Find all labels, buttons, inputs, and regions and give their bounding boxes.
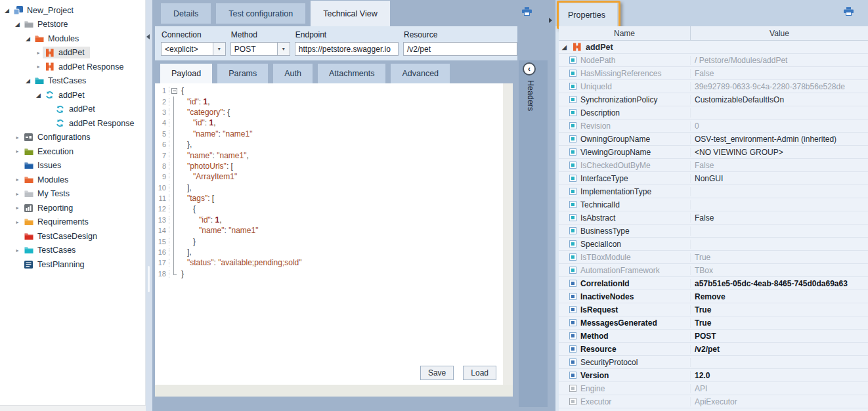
fold-collapse-icon[interactable]: [169, 88, 179, 94]
property-value[interactable]: True: [691, 318, 868, 328]
collapse-arrow-icon[interactable]: ◢: [24, 35, 32, 42]
tab-test-configuration[interactable]: Test configuration: [216, 3, 305, 24]
property-value[interactable]: False: [691, 161, 868, 170]
tree-item-testplanning[interactable]: TestPlanning: [0, 257, 145, 272]
method-select[interactable]: POST▾: [230, 42, 290, 56]
collapse-arrow-icon[interactable]: ◢: [3, 7, 11, 14]
property-value[interactable]: 12.0: [691, 371, 868, 380]
tree-item-modules[interactable]: ▸ Modules: [0, 173, 145, 187]
tree-item-configurations[interactable]: ▸ Configurations: [0, 131, 145, 145]
chevron-down-icon[interactable]: ▾: [277, 43, 290, 55]
pin-panel-icon[interactable]: [843, 7, 854, 18]
property-value[interactable]: False: [691, 213, 868, 223]
property-row-technicalid[interactable]: TechnicalId: [559, 198, 868, 211]
tab-advanced[interactable]: Advanced: [391, 64, 450, 83]
property-value[interactable]: a57b51e5-05dc-4eab-8465-745d0da69a63: [691, 279, 868, 288]
property-row-securityprotocol[interactable]: SecurityProtocol: [559, 356, 868, 369]
property-row-engine[interactable]: EngineAPI: [559, 382, 868, 395]
property-value[interactable]: CustomizableDefaultIsOn: [691, 95, 868, 104]
property-row-viewinggroupname[interactable]: ViewingGroupName<NO VIEWING GROUP>: [559, 146, 868, 159]
expand-arrow-icon[interactable]: ▸: [13, 177, 22, 183]
property-row-isrequest[interactable]: IsRequestTrue: [559, 303, 868, 316]
tree-item-petstore[interactable]: ◢ Petstore: [0, 18, 145, 32]
property-row-istboxmodule[interactable]: IsTBoxModuleTrue: [559, 251, 868, 264]
panel-splitter[interactable]: [146, 0, 152, 411]
property-row-automationframework[interactable]: AutomationFrameworkTBox: [559, 264, 868, 277]
property-value[interactable]: POST: [691, 332, 868, 341]
tab-auth[interactable]: Auth: [273, 64, 313, 83]
tree-item-my-tests[interactable]: ▸ My Tests: [0, 187, 145, 202]
property-value[interactable]: NonGUI: [691, 174, 868, 183]
property-value[interactable]: True: [691, 253, 868, 262]
tree-item-testcases[interactable]: ◢ TestCases: [0, 74, 145, 89]
tree-item-testcasedesign[interactable]: TestCaseDesign: [0, 229, 145, 244]
collapse-arrow-icon[interactable]: ◢: [34, 92, 43, 98]
resource-input[interactable]: /v2/pet: [403, 42, 517, 56]
chevron-down-icon[interactable]: ▾: [213, 43, 225, 55]
tab-technical-view[interactable]: Technical View: [311, 1, 389, 26]
save-button[interactable]: Save: [420, 366, 454, 380]
pin-panel-icon[interactable]: [521, 7, 532, 18]
expand-arrow-icon[interactable]: ▸: [13, 135, 22, 141]
property-row-executor[interactable]: ExecutorApiExecutor: [559, 395, 868, 408]
property-value[interactable]: API: [691, 384, 868, 393]
column-header-name[interactable]: Name: [559, 26, 691, 40]
expand-headers-button[interactable]: ‹: [523, 62, 536, 76]
tab-details[interactable]: Details: [161, 3, 211, 24]
tab-attachments[interactable]: Attachments: [318, 64, 385, 83]
expand-arrow-icon[interactable]: ▸: [13, 205, 22, 211]
property-value[interactable]: False: [691, 69, 868, 78]
property-row-implementationtype[interactable]: ImplementationType: [559, 185, 868, 198]
expand-arrow-icon[interactable]: ▸: [13, 248, 22, 253]
property-row-businesstype[interactable]: BusinessType: [559, 225, 868, 238]
property-row-owninggroupname[interactable]: OwningGroupNameOSV-test_environment-Admi…: [559, 133, 868, 146]
property-value[interactable]: OSV-test_environment-Admin (inherited): [691, 135, 868, 144]
tree-item-addpet-response[interactable]: ▸ addPet Response: [0, 60, 145, 74]
headers-side-tab[interactable]: ‹ Headers: [519, 60, 548, 407]
property-row-nodepath[interactable]: NodePath/ Petstore/Modules/addPet: [559, 54, 868, 67]
connection-select[interactable]: <explicit>▾: [161, 42, 226, 56]
editor-vertical-scrollbar[interactable]: [503, 83, 513, 397]
column-header-value[interactable]: Value: [691, 26, 868, 40]
property-value[interactable]: Remove: [691, 292, 868, 301]
tree-item-execution[interactable]: ▸ Execution: [0, 144, 145, 159]
property-value[interactable]: /v2/pet: [691, 345, 868, 354]
property-row-ischeckedoutbyme[interactable]: IsCheckedOutByMeFalse: [559, 159, 868, 172]
collapse-tree-icon[interactable]: [146, 34, 150, 39]
property-row-messagesgenerated[interactable]: MessagesGeneratedTrue: [559, 316, 868, 330]
expand-panel-icon[interactable]: [549, 18, 552, 23]
property-value[interactable]: True: [691, 305, 868, 314]
expand-arrow-icon[interactable]: ▸: [34, 50, 43, 56]
tree-item-new_project[interactable]: ◢ New_Project: [0, 3, 145, 18]
expand-arrow-icon[interactable]: ▸: [13, 148, 22, 154]
collapse-arrow-icon[interactable]: ◢: [561, 44, 568, 51]
endpoint-input[interactable]: https://petstore.swagger.io: [295, 42, 399, 56]
tree-item-addpet[interactable]: ◢ addPet: [0, 88, 145, 102]
property-row-uniqueid[interactable]: UniqueId39e92789-0633-9c4a-2280-378b56e5…: [559, 80, 868, 93]
tree-item-testcases[interactable]: ▸ TestCases: [0, 244, 145, 258]
property-value[interactable]: ApiExecutor: [691, 397, 868, 406]
tree-horizontal-scrollbar[interactable]: [0, 405, 152, 411]
property-row-isabstract[interactable]: IsAbstractFalse: [559, 211, 868, 225]
tab-properties[interactable]: Properties: [559, 3, 617, 26]
property-row-synchronizationpolicy[interactable]: SynchronizationPolicyCustomizableDefault…: [559, 93, 868, 106]
expand-arrow-icon[interactable]: ▸: [13, 219, 22, 225]
property-value[interactable]: 39e92789-0633-9c4a-2280-378b56e528de: [691, 82, 868, 91]
property-row-correlationid[interactable]: CorrelationIda57b51e5-05dc-4eab-8465-745…: [559, 277, 868, 290]
property-row-description[interactable]: Description: [559, 106, 868, 119]
property-root-row[interactable]: ◢ addPet: [559, 41, 868, 54]
property-value[interactable]: TBox: [691, 266, 868, 275]
tree-item-addpet-response[interactable]: addPet Response: [0, 116, 145, 131]
expand-arrow-icon[interactable]: ▸: [13, 191, 22, 197]
json-payload-editor[interactable]: 1{2"id": 1,3"category": {4"id": 1,5"name…: [155, 83, 503, 385]
expand-arrow-icon[interactable]: ▸: [34, 64, 43, 70]
property-row-inactivenodes[interactable]: InactiveNodesRemove: [559, 290, 868, 303]
property-row-revision[interactable]: Revision0: [559, 119, 868, 133]
tree-item-reporting[interactable]: ▸ Reporting: [0, 201, 145, 215]
splitter-grip[interactable]: [148, 266, 150, 292]
collapse-arrow-icon[interactable]: ◢: [24, 77, 32, 84]
tree-item-requirements[interactable]: ▸ Requirements: [0, 215, 145, 230]
tab-params[interactable]: Params: [217, 64, 268, 83]
property-value[interactable]: / Petstore/Modules/addPet: [691, 56, 868, 65]
collapse-arrow-icon[interactable]: ◢: [13, 21, 22, 28]
